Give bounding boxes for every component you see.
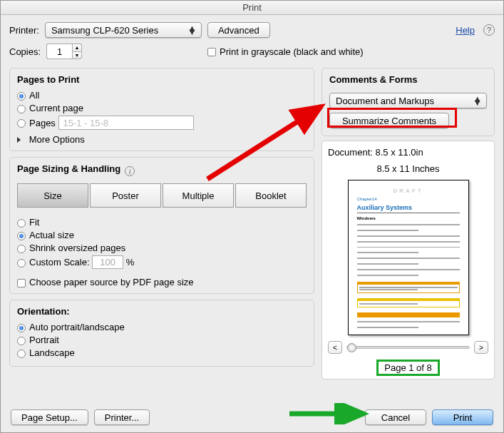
orient-landscape-radio[interactable]: Landscape bbox=[17, 347, 75, 358]
orient-portrait-label: Portrait bbox=[29, 335, 59, 345]
slider-knob[interactable] bbox=[347, 343, 356, 352]
preview-title: Auxiliary Systems bbox=[357, 204, 460, 213]
pages-current-label: Current page bbox=[29, 103, 83, 113]
window-title: Print bbox=[1, 1, 503, 15]
printer-button[interactable]: Printer... bbox=[94, 409, 150, 425]
preview-zoom-slider[interactable] bbox=[346, 346, 470, 349]
fit-label: Fit bbox=[29, 217, 39, 228]
triangle-right-icon bbox=[17, 137, 21, 143]
summarize-button[interactable]: Summarize Comments bbox=[329, 113, 449, 128]
comments-select[interactable]: Document and Markups ▲▼ bbox=[329, 93, 487, 108]
preview-next-button[interactable]: > bbox=[474, 341, 488, 354]
orient-landscape-label: Landscape bbox=[29, 347, 75, 358]
preview-panel: Document: 8.5 x 11.0in 8.5 x 11 Inches D… bbox=[322, 141, 495, 379]
page-indicator: Page 1 of 8 bbox=[379, 362, 438, 374]
pages-group: Pages to Print All Current page Pages Mo… bbox=[9, 68, 314, 151]
percent-label: % bbox=[126, 257, 135, 268]
sizing-group: Page Sizing & Handling i Size Poster Mul… bbox=[9, 157, 314, 294]
orient-auto-label: Auto portrait/landscape bbox=[29, 322, 125, 332]
more-options-toggle[interactable]: More Options bbox=[17, 134, 307, 145]
tab-multiple[interactable]: Multiple bbox=[163, 183, 234, 208]
tab-poster[interactable]: Poster bbox=[90, 183, 161, 208]
updown-icon: ▲▼ bbox=[473, 97, 482, 104]
pages-all-label: All bbox=[29, 90, 39, 101]
preview-doc-label: Document: 8.5 x 11.0in bbox=[328, 147, 488, 158]
actual-label: Actual size bbox=[29, 230, 74, 240]
help-icon[interactable]: ? bbox=[483, 24, 495, 36]
pages-range-label: Pages bbox=[29, 118, 56, 128]
custom-scale-input[interactable] bbox=[92, 255, 123, 269]
comments-group: Comments & Forms Document and Markups ▲▼… bbox=[322, 68, 495, 136]
grayscale-label: Print in grayscale (black and white) bbox=[220, 46, 364, 57]
orient-auto-radio[interactable]: Auto portrait/landscape bbox=[17, 322, 125, 332]
printer-select[interactable]: Samsung CLP-620 Series ▲▼ bbox=[45, 22, 202, 38]
updown-icon: ▲▼ bbox=[187, 26, 197, 34]
step-up-icon[interactable]: ▲ bbox=[72, 44, 82, 51]
paper-source-label: Choose paper source by PDF page size bbox=[29, 277, 194, 287]
sizing-heading: Page Sizing & Handling bbox=[17, 163, 120, 174]
orient-portrait-radio[interactable]: Portrait bbox=[17, 335, 59, 345]
pages-range-radio[interactable]: Pages bbox=[17, 118, 56, 128]
step-down-icon[interactable]: ▼ bbox=[72, 51, 82, 60]
orientation-group: Orientation: Auto portrait/landscape Por… bbox=[9, 300, 314, 367]
preview-page: DRAFT Chapter14 Auxiliary Systems Window… bbox=[348, 180, 469, 335]
pages-heading: Pages to Print bbox=[17, 74, 307, 85]
preview-dims-label: 8.5 x 11 Inches bbox=[328, 163, 488, 174]
paper-source-checkbox[interactable]: Choose paper source by PDF page size bbox=[17, 277, 194, 287]
tab-booklet[interactable]: Booklet bbox=[235, 183, 307, 208]
print-button[interactable]: Print bbox=[432, 409, 493, 425]
printer-value: Samsung CLP-620 Series bbox=[51, 25, 158, 36]
advanced-button[interactable]: Advanced bbox=[207, 22, 270, 38]
pages-range-input[interactable] bbox=[58, 116, 194, 130]
tab-size[interactable]: Size bbox=[17, 183, 88, 208]
pages-all-radio[interactable]: All bbox=[17, 90, 39, 101]
preview-subhead: Windows bbox=[357, 216, 460, 220]
page-setup-button[interactable]: Page Setup... bbox=[11, 409, 88, 425]
copies-label: Copies: bbox=[9, 46, 41, 57]
printer-label: Printer: bbox=[9, 25, 39, 36]
shrink-label: Shrink oversized pages bbox=[29, 243, 125, 253]
copies-input[interactable] bbox=[46, 44, 72, 59]
more-options-label: More Options bbox=[29, 134, 85, 145]
cancel-button[interactable]: Cancel bbox=[365, 409, 426, 425]
fit-radio[interactable]: Fit bbox=[17, 217, 39, 228]
orientation-heading: Orientation: bbox=[17, 306, 307, 317]
comments-heading: Comments & Forms bbox=[329, 74, 487, 85]
copies-stepper[interactable]: ▲▼ bbox=[46, 44, 82, 59]
custom-radio[interactable]: Custom Scale: bbox=[17, 257, 90, 268]
preview-chapter: Chapter14 bbox=[357, 197, 460, 201]
preview-prev-button[interactable]: < bbox=[328, 341, 342, 354]
actual-radio[interactable]: Actual size bbox=[17, 230, 74, 240]
preview-draft-watermark: DRAFT bbox=[357, 188, 460, 194]
shrink-radio[interactable]: Shrink oversized pages bbox=[17, 243, 125, 253]
help-link[interactable]: Help bbox=[456, 25, 475, 36]
custom-label: Custom Scale: bbox=[29, 257, 90, 268]
pages-current-radio[interactable]: Current page bbox=[17, 103, 83, 113]
grayscale-checkbox[interactable]: Print in grayscale (black and white) bbox=[207, 46, 364, 57]
comments-value: Document and Markups bbox=[336, 96, 434, 106]
info-icon[interactable]: i bbox=[125, 166, 135, 176]
